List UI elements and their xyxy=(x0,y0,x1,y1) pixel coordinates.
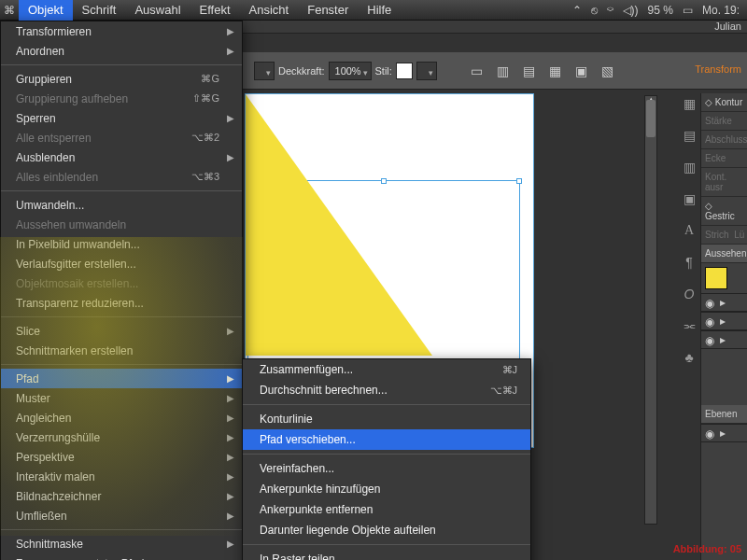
label-staerke: Stärke xyxy=(701,112,747,131)
objekt-item[interactable]: Transformieren▶ xyxy=(1,21,242,41)
style-select[interactable] xyxy=(416,62,437,80)
appearance-fill-swatch[interactable] xyxy=(705,267,727,289)
objekt-item[interactable]: Anordnen▶ xyxy=(1,41,242,61)
layer-row[interactable]: ◉▸ xyxy=(701,424,747,442)
pfad-item[interactable]: Zusammenfügen...⌘J xyxy=(243,359,530,380)
style-label: Stil: xyxy=(375,65,392,77)
align-icon-1[interactable]: ▭ xyxy=(467,61,487,81)
dropbox-icon[interactable]: ⌃ xyxy=(572,4,582,17)
pfad-item[interactable]: Vereinfachen... xyxy=(243,458,530,479)
brush-icon[interactable]: ▥ xyxy=(679,157,699,177)
pfad-item[interactable]: In Raster teilen... xyxy=(243,549,530,560)
appearance-row[interactable]: ◉▸ xyxy=(701,293,747,312)
handle-tr[interactable] xyxy=(516,178,522,184)
pfad-item[interactable]: Pfad verschieben... xyxy=(243,429,530,450)
status-tray: ⌃ ⎋ ⌔ ◁)) 95 % ▭ Mo. 19: xyxy=(572,4,747,17)
label-ecke: Ecke xyxy=(701,149,747,168)
align-icon-4[interactable]: ▦ xyxy=(545,61,566,81)
objekt-item[interactable]: Bildnachzeichner▶ xyxy=(1,486,242,506)
objekt-item: Aussehen umwandeln xyxy=(1,215,242,234)
objekt-item[interactable]: Umwandeln... xyxy=(1,195,242,215)
objekt-item[interactable]: In Pixelbild umwandeln... xyxy=(1,234,242,254)
clover-icon[interactable]: ♣ xyxy=(679,347,699,368)
pfad-item[interactable]: Ankerpunkte entfernen xyxy=(243,499,530,520)
menu-fenster[interactable]: Fenster xyxy=(298,0,358,21)
pfad-item[interactable]: Ankerpunkte hinzufügen xyxy=(243,479,530,499)
transform-link[interactable]: Transform xyxy=(695,63,741,75)
menu-schrift[interactable]: Schrift xyxy=(73,0,126,21)
objekt-item[interactable]: Angleichen▶ xyxy=(1,408,242,427)
menu-ansicht[interactable]: Ansicht xyxy=(240,0,299,21)
pfad-item[interactable]: Durchschnitt berechnen...⌥⌘J xyxy=(243,380,530,400)
eye-icon[interactable]: ◉ xyxy=(705,427,716,439)
eye-icon[interactable]: ◉ xyxy=(705,334,716,345)
opentype-icon[interactable]: O xyxy=(679,284,699,304)
label-abschluss: Abschluss xyxy=(701,131,747,149)
battery-icon[interactable]: ▭ xyxy=(683,4,693,17)
panel-kontur[interactable]: ◇ Kontur xyxy=(701,93,747,112)
opacity-input[interactable]: 100% xyxy=(329,62,372,80)
menu-effekt[interactable]: Effekt xyxy=(190,0,240,21)
stroke-select[interactable] xyxy=(254,62,275,80)
menu-hilfe[interactable]: Hilfe xyxy=(358,0,401,21)
pfad-item[interactable]: Konturlinie xyxy=(243,409,530,429)
objekt-dropdown: Transformieren▶Anordnen▶Gruppieren⌘GGrup… xyxy=(0,21,243,560)
grid-icon[interactable]: ▦ xyxy=(679,93,699,114)
objekt-item[interactable]: Slice▶ xyxy=(1,321,242,341)
system-menubar: ⌘ Objekt Schrift Auswahl Effekt Ansicht … xyxy=(0,0,747,21)
yellow-triangle-shape[interactable] xyxy=(246,94,432,356)
objekt-item: Objektmosaik erstellen... xyxy=(1,273,242,293)
panel-ebenen[interactable]: Ebenen xyxy=(701,405,747,424)
align-icon-5[interactable]: ▣ xyxy=(571,61,592,81)
objekt-item[interactable]: Verzerrungshülle▶ xyxy=(1,427,242,447)
objekt-item[interactable]: Perspektive▶ xyxy=(1,447,242,467)
workspace-label[interactable]: Julian xyxy=(714,21,741,32)
type-a-icon[interactable]: A xyxy=(679,220,699,241)
objekt-item[interactable]: Pfad▶ xyxy=(1,369,242,388)
symbols-icon[interactable]: ▣ xyxy=(679,189,699,209)
objekt-item[interactable]: Schnittmaske▶ xyxy=(1,534,242,553)
canvas-vscroll[interactable]: ▴ xyxy=(644,95,657,525)
objekt-item[interactable]: Gruppieren⌘G xyxy=(1,69,242,89)
scroll-thumb[interactable] xyxy=(646,100,655,137)
dock-icons: ▦ ▤ ▥ ▣ A ¶ O ⫘ ♣ xyxy=(678,93,700,368)
opacity-label: Deckkraft: xyxy=(278,65,325,77)
volume-icon[interactable]: ◁)) xyxy=(623,4,639,17)
align-icon-6[interactable]: ▧ xyxy=(598,61,618,81)
panel-aussehen[interactable]: Aussehen xyxy=(701,245,747,263)
figure-caption: Abbildung: 05 xyxy=(673,543,741,554)
objekt-item[interactable]: Muster▶ xyxy=(1,388,242,408)
eye-icon[interactable]: ◉ xyxy=(705,315,716,327)
menu-objekt[interactable]: Objekt xyxy=(19,0,73,21)
objekt-item: Alles einblenden⌥⌘3 xyxy=(1,167,242,187)
links-icon[interactable]: ⫘ xyxy=(679,315,699,336)
clock-text: Mo. 19: xyxy=(702,4,740,17)
objekt-item: Gruppierung aufheben⇧⌘G xyxy=(1,89,242,108)
objekt-item[interactable]: Zusammengesetzter Pfad▶ xyxy=(1,553,242,560)
eye-icon[interactable]: ◉ xyxy=(705,297,716,308)
objekt-item[interactable]: Interaktiv malen▶ xyxy=(1,467,242,486)
paragraph-icon[interactable]: ¶ xyxy=(679,252,699,273)
menu-auswahl[interactable]: Auswahl xyxy=(125,0,190,21)
label-strich: Strich Lü xyxy=(701,226,747,245)
objekt-item[interactable]: Sperren▶ xyxy=(1,108,242,128)
objekt-item[interactable]: Umfließen▶ xyxy=(1,506,242,525)
bluetooth-icon[interactable]: ⎋ xyxy=(591,4,598,17)
appearance-row[interactable]: ◉▸ xyxy=(701,312,747,330)
align-icon-3[interactable]: ▤ xyxy=(519,61,540,81)
appearance-row[interactable]: ◉▸ xyxy=(701,330,747,349)
battery-text: 95 % xyxy=(648,4,673,17)
objekt-item[interactable]: Verlaufsgitter erstellen... xyxy=(1,254,242,273)
align-icon-2[interactable]: ▥ xyxy=(493,61,514,81)
pfad-item[interactable]: Darunter liegende Objekte aufteilen xyxy=(243,520,530,540)
apple-icon[interactable]: ⌘ xyxy=(0,4,19,17)
objekt-item[interactable]: Transparenz reduzieren... xyxy=(1,293,242,313)
panel-gestrich[interactable]: ◇ Gestric xyxy=(701,197,747,226)
wifi-icon[interactable]: ⌔ xyxy=(607,4,613,17)
panel-strip: ◇ Kontur Stärke Abschluss Ecke Kont. aus… xyxy=(700,93,747,560)
style-swatch[interactable] xyxy=(396,63,413,79)
objekt-item[interactable]: Ausblenden▶ xyxy=(1,147,242,167)
objekt-item[interactable]: Schnittmarken erstellen xyxy=(1,341,242,360)
swatches-icon[interactable]: ▤ xyxy=(679,125,699,146)
objekt-item: Alle entsperren⌥⌘2 xyxy=(1,128,242,147)
